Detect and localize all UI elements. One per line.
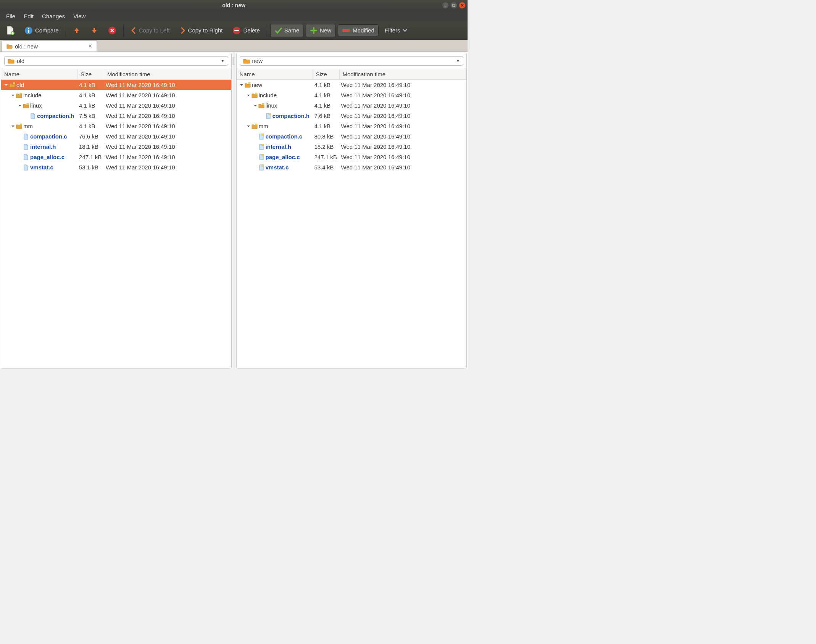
tree-row[interactable]: new4.1 kBWed 11 Mar 2020 16:49:10 <box>237 80 467 90</box>
tree-row[interactable]: compaction.c80.8 kBWed 11 Mar 2020 16:49… <box>237 131 467 142</box>
folder-icon <box>16 123 23 129</box>
svg-rect-19 <box>262 134 264 135</box>
node-name: linux <box>30 102 42 109</box>
column-header-mod[interactable]: Modification time <box>104 69 231 79</box>
minimize-button[interactable] <box>442 2 448 8</box>
column-header-size[interactable]: Size <box>77 69 104 79</box>
cell-mod: Wed 11 Mar 2020 16:49:10 <box>340 143 467 150</box>
node-name: mm <box>259 123 268 129</box>
cell-size: 76.6 kB <box>77 133 104 140</box>
delete-icon <box>232 26 241 35</box>
file-icon <box>258 164 265 171</box>
right-tree-body[interactable]: new4.1 kBWed 11 Mar 2020 16:49:10include… <box>237 80 467 368</box>
tree-row[interactable]: include4.1 kBWed 11 Mar 2020 16:49:10 <box>1 90 231 100</box>
column-header-name[interactable]: Name <box>1 69 77 79</box>
tab-comparison[interactable]: old : new × <box>2 40 97 52</box>
cell-mod: Wed 11 Mar 2020 16:49:10 <box>340 113 467 119</box>
push-left-button[interactable] <box>69 24 84 37</box>
tree-row[interactable]: mm4.1 kBWed 11 Mar 2020 16:49:10 <box>237 121 467 131</box>
menu-changes[interactable]: Changes <box>38 11 69 21</box>
new-filter-button[interactable]: New <box>306 24 335 37</box>
cell-name: linux <box>1 102 77 109</box>
column-header-name[interactable]: Name <box>237 69 313 79</box>
delete-button[interactable]: Delete <box>229 24 263 37</box>
filters-label: Filters <box>385 27 400 34</box>
tree-row[interactable]: compaction.h7.5 kBWed 11 Mar 2020 16:49:… <box>1 111 231 121</box>
svg-rect-0 <box>444 6 447 6</box>
cell-size: 80.8 kB <box>313 133 340 140</box>
tab-close-button[interactable]: × <box>89 43 92 50</box>
file-icon <box>23 154 29 160</box>
tree-row[interactable]: page_alloc.c247.1 kBWed 11 Mar 2020 16:4… <box>1 152 231 162</box>
tree-row[interactable]: old4.1 kBWed 11 Mar 2020 16:49:10 <box>1 80 231 90</box>
cell-name: compaction.c <box>1 133 77 140</box>
maximize-button[interactable] <box>451 2 457 8</box>
expander-toggle[interactable] <box>246 93 251 97</box>
menu-view[interactable]: View <box>69 11 89 21</box>
cell-mod: Wed 11 Mar 2020 16:49:10 <box>340 102 467 109</box>
tree-row[interactable]: page_alloc.c247.1 kBWed 11 Mar 2020 16:4… <box>237 152 467 162</box>
menu-file[interactable]: File <box>2 11 19 21</box>
expander-toggle[interactable] <box>253 104 258 108</box>
column-header-size[interactable]: Size <box>313 69 340 79</box>
right-path-combo[interactable]: new ▼ <box>240 56 464 66</box>
column-header-mod[interactable]: Modification time <box>340 69 467 79</box>
file-icon <box>29 113 36 119</box>
tree-row[interactable]: internal.h18.1 kBWed 11 Mar 2020 16:49:1… <box>1 142 231 152</box>
delete-label: Delete <box>243 27 260 34</box>
file-icon <box>265 113 272 119</box>
cell-name: include <box>1 92 77 98</box>
node-name: compaction.c <box>30 133 67 140</box>
left-tree-body[interactable]: old4.1 kBWed 11 Mar 2020 16:49:10include… <box>1 80 231 368</box>
tree-row[interactable]: include4.1 kBWed 11 Mar 2020 16:49:10 <box>237 90 467 100</box>
menu-edit[interactable]: Edit <box>20 11 37 21</box>
toolbar-separator <box>123 25 124 36</box>
tree-row[interactable]: mm4.1 kBWed 11 Mar 2020 16:49:10 <box>1 121 231 131</box>
splitter[interactable] <box>232 52 235 369</box>
tree-row[interactable]: vmstat.c53.1 kBWed 11 Mar 2020 16:49:10 <box>1 162 231 172</box>
cell-mod: Wed 11 Mar 2020 16:49:10 <box>340 123 467 129</box>
cell-size: 7.6 kB <box>313 113 340 119</box>
expander-toggle[interactable] <box>17 104 23 108</box>
node-name: compaction.h <box>37 113 74 119</box>
expander-toggle[interactable] <box>246 124 251 128</box>
svg-point-4 <box>28 28 29 29</box>
left-path-combo[interactable]: old ▼ <box>4 56 228 66</box>
new-comparison-button[interactable] <box>2 23 18 38</box>
modified-filter-button[interactable]: Modified <box>338 24 379 36</box>
stop-button[interactable] <box>104 24 120 37</box>
cell-name: linux <box>237 102 313 109</box>
cell-size: 18.2 kB <box>313 143 340 150</box>
tree-row[interactable]: linux4.1 kBWed 11 Mar 2020 16:49:10 <box>237 100 467 111</box>
svg-rect-5 <box>28 30 29 33</box>
tree-row[interactable]: compaction.c76.6 kBWed 11 Mar 2020 16:49… <box>1 131 231 142</box>
svg-rect-8 <box>234 30 239 31</box>
cell-mod: Wed 11 Mar 2020 16:49:10 <box>340 164 467 171</box>
tree-row[interactable]: compaction.h7.6 kBWed 11 Mar 2020 16:49:… <box>237 111 467 121</box>
file-icon <box>258 154 265 160</box>
folder-icon <box>251 123 258 129</box>
tree-row[interactable]: internal.h18.2 kBWed 11 Mar 2020 16:49:1… <box>237 142 467 152</box>
cell-size: 53.1 kB <box>77 164 104 171</box>
cell-size: 4.1 kB <box>313 123 340 129</box>
node-name: vmstat.c <box>30 164 53 171</box>
expander-toggle[interactable] <box>3 83 9 87</box>
expander-toggle[interactable] <box>10 124 16 128</box>
copy-to-left-button[interactable]: Copy to Left <box>127 24 174 37</box>
filters-button[interactable]: Filters <box>381 25 411 36</box>
svg-rect-14 <box>248 82 250 84</box>
arrow-down-icon <box>90 27 98 34</box>
close-button[interactable] <box>459 2 465 8</box>
tree-row[interactable]: linux4.1 kBWed 11 Mar 2020 16:49:10 <box>1 100 231 111</box>
folder-icon <box>251 92 258 98</box>
expander-toggle[interactable] <box>239 83 244 87</box>
same-filter-button[interactable]: Same <box>270 24 303 37</box>
expander-toggle[interactable] <box>10 93 16 97</box>
chevron-down-icon: ▼ <box>456 59 460 63</box>
svg-rect-11 <box>20 93 22 95</box>
copy-to-right-button[interactable]: Copy to Right <box>176 24 227 37</box>
plus-icon <box>310 27 318 34</box>
push-right-button[interactable] <box>87 24 102 37</box>
tree-row[interactable]: vmstat.c53.4 kBWed 11 Mar 2020 16:49:10 <box>237 162 467 172</box>
compare-button[interactable]: Compare <box>21 24 63 37</box>
